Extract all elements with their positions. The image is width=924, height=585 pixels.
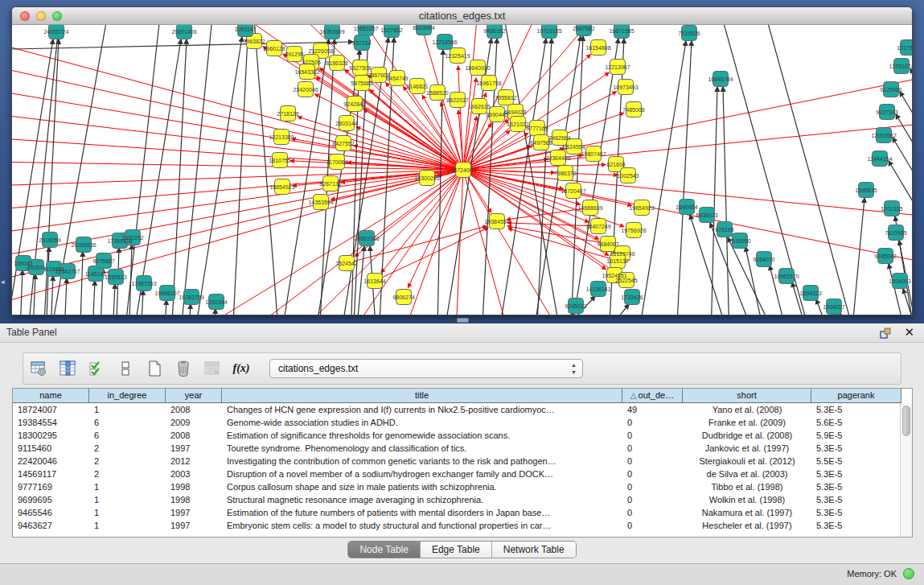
table-cell[interactable]: 0 (622, 493, 683, 506)
column-header-pagerank[interactable]: pagerank (811, 389, 901, 402)
table-cell[interactable]: 0 (622, 429, 683, 442)
table-cell[interactable]: Dudbridge et al. (2008) (683, 429, 811, 442)
graph-edge[interactable] (121, 25, 161, 315)
column-header-short[interactable]: short (683, 389, 811, 402)
graph-edge[interactable] (633, 41, 686, 315)
graph-edge[interactable] (170, 39, 187, 315)
table-row[interactable]: 946554611997Estimation of the future num… (13, 506, 901, 519)
table-cell[interactable]: 9115460 (13, 442, 89, 455)
table-settings-button[interactable] (28, 358, 49, 379)
table-row[interactable]: 969969511998Structural magnetic resonanc… (13, 493, 901, 506)
table-row[interactable]: 1938455462009Genome-wide association stu… (13, 416, 901, 429)
table-cell[interactable]: 5.3E-5 (811, 506, 901, 519)
scrollbar-thumb[interactable] (902, 406, 910, 436)
table-cell[interactable]: Nakamura et al. (1997) (683, 506, 811, 519)
table-cell[interactable]: 1997 (166, 506, 222, 519)
column-header-year[interactable]: year (166, 389, 222, 402)
table-cell[interactable]: 5.6E-5 (811, 416, 901, 429)
table-cell[interactable]: 0 (622, 416, 683, 429)
graph-edge[interactable] (177, 25, 213, 315)
graph-edge[interactable] (507, 223, 598, 226)
close-panel-icon[interactable]: ✕ (904, 325, 914, 340)
citation-graph[interactable]: 1872400779638228960128891295232260589275… (12, 25, 912, 315)
table-cell[interactable]: 18300295 (13, 429, 89, 442)
column-header-title[interactable]: title (222, 389, 622, 402)
table-cell[interactable]: Estimation of the future numbers of pati… (222, 506, 622, 519)
table-cell[interactable]: 0 (622, 468, 683, 480)
table-cell[interactable]: 5.3E-5 (811, 403, 901, 416)
table-row[interactable]: 2242004622012Investigating the contribut… (13, 455, 901, 468)
table-cell[interactable]: 5.5E-5 (811, 455, 901, 468)
table-cell[interactable]: Franke et al. (2009) (683, 416, 811, 429)
panel-splitter-handle[interactable] (457, 318, 469, 323)
west-panel-collapse-arrow-icon[interactable]: ◂ (1, 278, 5, 286)
table-row[interactable]: 977716911998Corpus callosum shape and si… (13, 480, 901, 493)
table-cell[interactable]: 2008 (166, 403, 222, 416)
table-cell[interactable]: 9465546 (13, 506, 89, 519)
table-cell[interactable]: 5.3E-5 (811, 468, 901, 480)
table-cell[interactable]: Wolkin et al. (1998) (683, 493, 811, 506)
clear-selection-button[interactable] (115, 358, 136, 379)
table-cell[interactable]: 6 (89, 429, 166, 442)
graph-edge[interactable] (91, 281, 95, 315)
table-cell[interactable]: 0 (622, 442, 683, 455)
graph-edge[interactable] (111, 284, 115, 315)
table-cell[interactable]: 1 (89, 403, 166, 416)
graph-edge[interactable] (211, 309, 216, 315)
graph-edge[interactable] (18, 270, 23, 315)
table-cell[interactable]: 1 (89, 519, 166, 532)
table-cell[interactable]: 1997 (166, 442, 222, 455)
column-header-in-degree[interactable]: in_degree (89, 389, 166, 402)
table-vertical-scrollbar[interactable] (900, 403, 912, 537)
table-row[interactable]: 1830029562008Estimation of significance … (13, 429, 901, 442)
table-row[interactable]: 946362711997Embryonic stem cells: a mode… (13, 519, 901, 532)
graph-edge[interactable] (375, 228, 488, 281)
tab-network-table[interactable]: Network Table (492, 542, 576, 558)
table-cell[interactable]: 5.9E-5 (811, 429, 901, 442)
table-cell[interactable]: 9777169 (13, 480, 89, 493)
graph-edge[interactable] (253, 25, 281, 315)
column-header-out-degree[interactable]: △out_de… (622, 389, 683, 402)
network-window[interactable]: citations_edges.txt 18724007796382289601… (11, 6, 913, 315)
table-cell[interactable]: 5.3E-5 (811, 442, 901, 455)
table-cell[interactable]: Yano et al. (2008) (683, 403, 811, 416)
table-cell[interactable]: Disruption of a novel member of a sodium… (222, 468, 622, 480)
table-cell[interactable]: 0 (622, 519, 683, 532)
table-cell[interactable]: 5.3E-5 (811, 480, 901, 493)
delete-button[interactable] (173, 358, 194, 379)
graph-edge[interactable] (231, 37, 248, 315)
table-cell[interactable]: Corpus callosum shape and size in male p… (222, 480, 622, 493)
function-builder-button[interactable]: f(x) (231, 358, 252, 379)
graph-edge[interactable] (12, 170, 463, 210)
new-document-button[interactable] (144, 358, 165, 379)
table-cell[interactable]: 18724007 (13, 403, 89, 416)
table-cell[interactable]: 1 (89, 506, 166, 519)
table-cell[interactable]: Hescheler et al. (1997) (683, 519, 811, 532)
table-cell[interactable]: 1998 (166, 480, 222, 493)
table-cell[interactable]: 1998 (166, 493, 222, 506)
table-cell[interactable]: Estimation of significance thresholds fo… (222, 429, 622, 442)
graph-edge[interactable] (189, 37, 242, 315)
table-row[interactable]: 1872400712008Changes of HCN gene express… (13, 403, 901, 416)
float-window-icon[interactable] (879, 327, 892, 340)
memory-status-indicator-icon[interactable] (903, 568, 914, 579)
table-cell[interactable]: Changes of HCN gene expression and I(f) … (222, 403, 622, 416)
table-cell[interactable]: Stergiakouli et al. (2012) (683, 455, 811, 468)
table-row[interactable]: 911546021997Tourette syndrome. Phenomeno… (13, 442, 901, 455)
graph-edge[interactable] (79, 252, 83, 315)
table-cell[interactable]: Tibbo et al. (1998) (683, 480, 811, 493)
table-cell[interactable]: 5.3E-5 (811, 493, 901, 506)
table-cell[interactable]: 0 (622, 506, 683, 519)
table-cell[interactable]: Embryonic stem cells: a model to study s… (222, 519, 622, 532)
table-cell[interactable]: 2008 (166, 429, 222, 442)
delete-table-button[interactable] (202, 358, 223, 379)
graph-edge[interactable] (12, 170, 463, 282)
table-select-dropdown[interactable]: citations_edges.txt ▲▼ (269, 359, 583, 378)
graph-edge[interactable] (49, 276, 53, 315)
table-row[interactable]: 1456911722003Disruption of a novel membe… (13, 468, 901, 480)
graph-edge[interactable] (63, 278, 67, 315)
graph-edge[interactable] (723, 87, 730, 315)
graph-edge[interactable] (893, 138, 912, 204)
network-canvas[interactable]: 1872400779638228960128891295232260589275… (12, 25, 912, 315)
table-cell[interactable]: 2 (89, 468, 166, 480)
